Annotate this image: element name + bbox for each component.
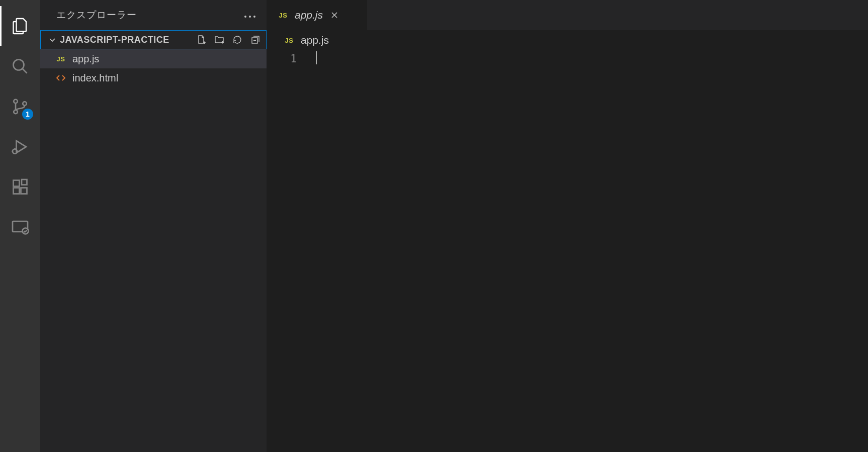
file-list: JS app.js index.html [40,49,267,452]
svg-point-3 [14,110,18,114]
activity-run-debug[interactable] [0,127,40,167]
extensions-icon [11,178,29,196]
activity-extensions[interactable] [0,167,40,207]
activity-search[interactable] [0,46,40,86]
line-number: 1 [267,51,297,66]
explorer-sidebar: エクスプローラー JAVASCRIPT-PRACTICE [40,0,267,452]
text-cursor [316,51,317,64]
files-icon [11,17,29,35]
breadcrumb[interactable]: JS app.js [267,30,868,50]
search-icon [11,57,29,75]
activity-explorer[interactable] [0,6,40,46]
new-folder-button[interactable] [214,34,225,45]
svg-rect-10 [14,188,20,194]
js-file-icon: JS [283,37,296,44]
svg-rect-11 [21,188,27,194]
activity-source-control[interactable]: 1 [0,86,40,127]
folder-name: JAVASCRIPT-PRACTICE [60,35,196,45]
editor-body[interactable]: 1 [267,50,868,452]
html-file-icon [54,73,67,83]
app-root: 1 エクスプローラー JAVASCRIPT-PRACTICE [0,0,868,452]
folder-header[interactable]: JAVASCRIPT-PRACTICE [40,30,267,49]
remote-icon [11,218,29,236]
svg-line-1 [23,69,27,73]
file-item-app-js[interactable]: JS app.js [40,49,267,68]
svg-point-17 [253,16,255,18]
breadcrumb-label: app.js [301,34,329,46]
ellipsis-icon [243,15,256,19]
activity-bar: 1 [0,0,40,452]
code-line[interactable] [315,51,868,66]
svg-rect-9 [14,180,20,187]
svg-rect-12 [22,179,27,185]
tab-close-button[interactable] [328,9,341,22]
file-label: app.js [72,53,99,65]
chevron-down-icon [47,36,58,44]
close-icon [330,11,339,20]
js-file-icon: JS [54,55,67,63]
sidebar-title: エクスプローラー [56,9,137,22]
tab-bar: JS app.js [267,0,868,30]
tab-label: app.js [295,9,323,21]
svg-point-5 [13,149,17,154]
svg-point-2 [14,100,18,104]
new-folder-icon [214,35,224,45]
new-file-icon [196,35,206,45]
sidebar-header: エクスプローラー [40,0,267,30]
svg-point-0 [14,60,24,70]
current-line-highlight [315,51,868,66]
run-debug-icon [11,138,29,156]
svg-point-15 [244,16,246,18]
gutter: 1 [267,50,315,452]
file-item-index-html[interactable]: index.html [40,68,267,87]
collapse-all-button[interactable] [250,34,261,45]
js-file-icon: JS [277,12,290,19]
svg-point-16 [249,16,251,18]
scm-badge: 1 [22,109,33,120]
file-label: index.html [72,72,118,84]
code-area[interactable] [315,50,868,452]
refresh-button[interactable] [232,34,243,45]
tab-app-js[interactable]: JS app.js [267,0,367,30]
sidebar-more-button[interactable] [243,9,256,22]
editor-area: JS app.js JS app.js 1 [267,0,868,452]
collapse-all-icon [250,35,261,45]
activity-remote[interactable] [0,207,40,247]
new-file-button[interactable] [196,34,207,45]
refresh-icon [232,35,242,45]
svg-point-4 [23,102,27,106]
folder-actions [196,34,261,45]
